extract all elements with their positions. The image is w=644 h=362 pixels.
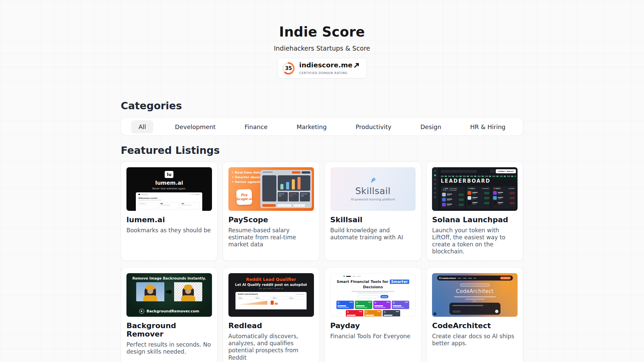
listing-thumbnail: Skillsail AI-powered learning platform [330, 167, 416, 211]
page-header: Indie Score Indiehackers Startups & Scor… [0, 0, 644, 78]
area-chart-mockup [238, 301, 267, 305]
redlead-dashboard-mockup: Reddit Lead Dashboard [235, 292, 307, 309]
tab-development[interactable]: Development [168, 120, 223, 133]
listing-card-lumem[interactable]: lu lumem.ai Never lose websites again. W… [121, 162, 218, 261]
get-started-button-mockup: Get Started [500, 277, 511, 280]
domain-name: indiescore.me [299, 61, 360, 69]
listing-card-redlead[interactable]: Reddit Lead Qualifier Let AI Qualify red… [223, 267, 320, 362]
listing-title: Payday [330, 321, 416, 330]
bar-chart-mockup [271, 301, 278, 305]
listing-thumbnail: Remove Image Backrounds Instantly. [126, 273, 212, 317]
listing-title: lumem.ai [126, 216, 212, 224]
domain-rating-score: 35 [282, 62, 295, 75]
listing-title: Background Remover [126, 321, 212, 338]
listing-thumbnail: • Real-time data • Smarter decisions • S… [228, 167, 314, 211]
listing-card-background-remover[interactable]: Remove Image Backrounds Instantly. [121, 267, 218, 362]
listing-title: Solana Launchpad [432, 216, 518, 224]
token-ticker-mockup [441, 176, 516, 177]
before-image-mockup [136, 282, 164, 301]
mini-browser-mockup: Willkommen zurück! [136, 192, 202, 211]
listing-thumbnail: Reddit Lead Qualifier Let AI Qualify red… [228, 273, 314, 317]
prompt-box-mockup [449, 303, 500, 315]
page-title: Indie Score [0, 24, 644, 40]
listing-description: Resume-based salary estimate from real-t… [228, 227, 314, 248]
listing-description: Automatically discovers, analyzes, and q… [228, 333, 314, 361]
tool-tiles-mockup [336, 301, 410, 317]
bell-icon [139, 309, 144, 314]
category-tabs: All Development Finance Marketing Produc… [121, 118, 523, 136]
listings-grid: lu lumem.ai Never lose websites again. W… [121, 162, 523, 362]
listing-card-payday[interactable]: Smart Financial Tools for Smarter Decisi… [325, 267, 422, 362]
connect-wallet-button-mockup: CONNECT WALLET [496, 169, 516, 173]
search-input-mockup [358, 295, 379, 298]
listing-description: Financial Tools For Everyone [330, 333, 416, 340]
categories-section: Categories All Development Finance Marke… [121, 100, 523, 136]
listing-title: CodeArchitect [432, 321, 518, 330]
payscope-logo: Pay Scope.ai [236, 189, 252, 205]
listing-description: Create clear docs so AI ships better app… [432, 333, 518, 347]
tab-hr-hiring[interactable]: HR & Hiring [463, 120, 513, 133]
score-gauge: 35 [282, 62, 295, 75]
listing-thumbnail: Smart Financial Tools for Smarter Decisi… [330, 273, 416, 317]
listing-card-payscope[interactable]: • Real-time data • Smarter decisions • S… [223, 162, 320, 261]
listing-card-codearchitect[interactable]: CodeArchitect Get Started CodeArchitect … [426, 267, 523, 362]
badge-caption: CERTIFIED DOMAIN RATING [299, 71, 347, 75]
tab-productivity[interactable]: Productivity [348, 120, 399, 133]
tab-marketing[interactable]: Marketing [289, 120, 334, 133]
listing-description: Build knowledge and automate training wi… [330, 227, 416, 241]
listing-thumbnail: lu lumem.ai Never lose websites again. W… [126, 167, 212, 211]
bar-chart-mockup [278, 175, 310, 191]
listing-thumbnail: CodeArchitect Get Started CodeArchitect [432, 273, 518, 317]
tab-design[interactable]: Design [413, 120, 448, 133]
lumem-logo: lu [165, 171, 173, 178]
leaderboard-column-losers: TOP 3 LOSERS [492, 186, 516, 209]
search-bar-mockup [441, 170, 477, 173]
arrow-right-icon [166, 289, 172, 295]
leaderboard-column-volume: TOP 3 HIGHEST VOLUME [441, 186, 465, 209]
hero-badge-mockup [460, 284, 490, 287]
after-image-mockup [174, 282, 202, 301]
listing-title: PayScope [228, 216, 314, 224]
categories-heading: Categories [121, 100, 523, 112]
listing-description: Launch your token with LiftOff, the easi… [432, 227, 518, 255]
navbar-mockup: CodeArchitect Get Started [437, 276, 513, 281]
listing-description: Bookmarks as they should be [126, 227, 212, 234]
leaderboard-column-gainers: TOP 3 GAINERS [466, 186, 490, 209]
payscope-dashboard-mockup: $95,000 USD $115,000 USD $142,000 USD [260, 170, 312, 208]
listing-description: Perfect results in seconds. No design sk… [126, 341, 212, 355]
featured-heading: Featured Listings [121, 144, 523, 156]
listing-card-skillsail[interactable]: Skillsail AI-powered learning platform S… [325, 162, 422, 261]
tab-all[interactable]: All [131, 120, 153, 133]
listing-title: Redlead [228, 321, 314, 330]
page-subtitle: Indiehackers Startups & Score [0, 45, 644, 52]
domain-rating-badge[interactable]: 35 indiescore.me CERTIFIED DOMAIN RATING [277, 58, 367, 78]
search-button-mockup: Search [380, 295, 388, 298]
listing-thumbnail: CONNECT WALLET LEADERBOARD TOP 3 HIGHEST… [432, 167, 518, 211]
featured-section: Featured Listings lu lumem.ai Never lose… [121, 144, 523, 362]
listing-card-solana-launchpad[interactable]: CONNECT WALLET LEADERBOARD TOP 3 HIGHEST… [426, 162, 523, 261]
tab-finance[interactable]: Finance [237, 120, 275, 133]
sidebar-icons-mockup [432, 167, 438, 211]
external-link-arrow-icon [353, 62, 360, 68]
listing-title: Skillsail [330, 216, 416, 224]
rocket-icon [370, 177, 376, 184]
